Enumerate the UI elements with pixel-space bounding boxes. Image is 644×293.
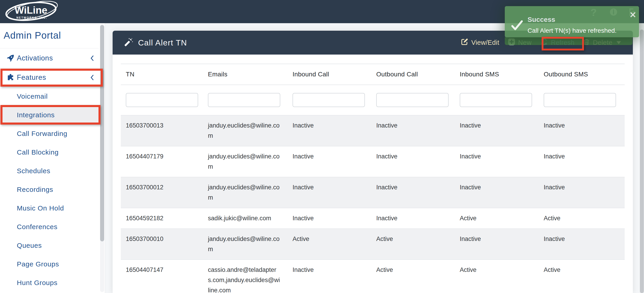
- column-header-emails: Emails: [203, 64, 288, 85]
- features-subitems: VoicemailIntegrationsCall ForwardingCall…: [0, 87, 99, 292]
- sidebar-item-music-on-hold[interactable]: Music On Hold: [0, 199, 99, 218]
- cell-status: Inactive: [455, 229, 539, 260]
- cell-status: Inactive: [455, 146, 539, 177]
- call-alert-table: TNEmailsInbound CallOutbound CallInbound…: [121, 64, 625, 293]
- sidebar-item-recordings[interactable]: Recordings: [0, 180, 99, 199]
- sidebar-item-conferences[interactable]: Conferences: [0, 218, 99, 236]
- table-filter-row: [121, 85, 625, 115]
- sidebar-item-voicemail[interactable]: Voicemail: [0, 87, 99, 106]
- panel-title: Call Alert TN: [138, 38, 187, 47]
- cell-emails: janduy.euclides@wiline.com: [203, 229, 288, 260]
- column-header-tn: TN: [121, 64, 203, 85]
- svg-text:WiLine: WiLine: [14, 4, 47, 16]
- table-row[interactable]: 16503700010janduy.euclides@wiline.comAct…: [121, 229, 625, 260]
- app-root: WiLine NETWORKS, INC. ? Success Call Ale…: [0, 0, 644, 293]
- page-scrollbar: [640, 23, 644, 293]
- cell-status: Inactive: [288, 260, 371, 293]
- cell-status: Active: [539, 208, 625, 229]
- sidebar-item-call-blocking[interactable]: Call Blocking: [0, 143, 99, 162]
- cell-status: Inactive: [288, 146, 371, 177]
- column-header-inbound-call: Inbound Call: [288, 64, 371, 85]
- table-header-row: TNEmailsInbound CallOutbound CallInbound…: [121, 64, 625, 85]
- close-icon[interactable]: ✕: [630, 10, 636, 20]
- cell-status: Active: [371, 229, 455, 260]
- filter-input-inbound-call[interactable]: [292, 93, 365, 107]
- table-row[interactable]: 16504407179janduy.euclides@wiline.comIna…: [121, 146, 625, 177]
- cell-tn: 16504592182: [121, 208, 203, 229]
- wiline-logo: WiLine NETWORKS, INC.: [4, 1, 59, 22]
- page-scrollbar-thumb[interactable]: [640, 29, 644, 293]
- cell-status: Inactive: [539, 115, 625, 146]
- sidebar-item-activations[interactable]: Activations: [0, 48, 99, 68]
- filter-input-inbound-sms[interactable]: [460, 93, 532, 107]
- cell-status: Inactive: [539, 146, 625, 177]
- chevron-left-icon[interactable]: [90, 74, 95, 80]
- cell-status: Inactive: [455, 115, 539, 146]
- view-edit-button[interactable]: View/Edit: [460, 38, 499, 47]
- svg-text:NETWORKS, INC.: NETWORKS, INC.: [16, 16, 47, 19]
- cell-status: Inactive: [288, 208, 371, 229]
- column-header-outbound-call: Outbound Call: [371, 64, 455, 85]
- filter-input-outbound-sms[interactable]: [544, 93, 616, 107]
- cell-emails: janduy.euclides@wiline.com: [203, 177, 288, 208]
- column-header-inbound-sms: Inbound SMS: [455, 64, 539, 85]
- sidebar-item-call-forwarding[interactable]: Call Forwarding: [0, 124, 99, 143]
- sidebar-item-hunt-groups[interactable]: Hunt Groups: [0, 274, 99, 292]
- table-row[interactable]: 16504592182sadik.jukic@wiline.comInactiv…: [121, 208, 625, 229]
- cell-emails: janduy.euclides@wiline.com: [203, 115, 288, 146]
- sidebar: Admin Portal Activations Features: [0, 23, 105, 293]
- cell-tn: 16504407147: [121, 260, 203, 293]
- sidebar-item-queues[interactable]: Queues: [0, 236, 99, 255]
- sidebar-item-features[interactable]: Features: [0, 68, 99, 87]
- filter-input-emails[interactable]: [208, 93, 280, 107]
- cell-emails: sadik.jukic@wiline.com: [203, 208, 288, 229]
- cell-status: Inactive: [371, 177, 455, 208]
- sidebar-item-schedules[interactable]: Schedules: [0, 162, 99, 180]
- sidebar-item-label: Activations: [17, 54, 53, 62]
- cell-status: Active: [371, 260, 455, 293]
- call-alert-panel: Call Alert TN View/Edit: [112, 31, 633, 293]
- cell-status: Inactive: [539, 177, 625, 208]
- stacked-toast-edge: [505, 37, 632, 45]
- sidebar-item-integrations[interactable]: Integrations: [0, 106, 99, 124]
- cell-status: Inactive: [455, 177, 539, 208]
- call-alert-table-wrap: TNEmailsInbound CallOutbound CallInbound…: [121, 64, 625, 293]
- sidebar-item-label: Features: [17, 73, 46, 82]
- column-header-outbound-sms: Outbound SMS: [539, 64, 625, 85]
- cell-status: Active: [288, 229, 371, 260]
- sidebar-scrollbar: [100, 24, 104, 292]
- cell-status: Active: [539, 260, 625, 293]
- cell-status: Inactive: [288, 177, 371, 208]
- cell-status: Active: [455, 208, 539, 229]
- puzzle-icon: [6, 73, 14, 82]
- filter-input-tn[interactable]: [126, 93, 198, 107]
- sidebar-scrollbar-thumb[interactable]: [100, 25, 104, 241]
- filter-input-outbound-call[interactable]: [376, 93, 448, 107]
- cell-status: Active: [455, 260, 539, 293]
- table-row[interactable]: 16503700012janduy.euclides@wiline.comIna…: [121, 177, 625, 208]
- page-title: Admin Portal: [4, 30, 61, 41]
- success-toast: Success Call Alert TN(s) have refreshed.…: [505, 6, 639, 37]
- cell-tn: 16503700012: [121, 177, 203, 208]
- cell-status: Inactive: [371, 146, 455, 177]
- cell-emails: janduy.euclides@wiline.com: [203, 146, 288, 177]
- button-label: View/Edit: [471, 39, 499, 46]
- cell-tn: 16503700013: [121, 115, 203, 146]
- table-row[interactable]: 16504407147cassio.andre@teladapters.com,…: [121, 260, 625, 293]
- toast-message: Call Alert TN(s) have refreshed.: [528, 27, 617, 34]
- cell-status: Inactive: [288, 115, 371, 146]
- check-icon: [511, 19, 524, 32]
- cell-emails: cassio.andre@teladapters.com,janduy.eucl…: [203, 260, 288, 293]
- cell-status: Inactive: [371, 115, 455, 146]
- wand-icon: [124, 37, 134, 48]
- edit-icon: [460, 38, 468, 47]
- sidebar-item-page-groups[interactable]: Page Groups: [0, 255, 99, 274]
- chevron-left-icon[interactable]: [90, 55, 95, 61]
- toast-title: Success: [528, 16, 555, 23]
- table-row[interactable]: 16503700013janduy.euclides@wiline.comIna…: [121, 115, 625, 146]
- cell-status: Inactive: [371, 208, 455, 229]
- cell-tn: 16504407179: [121, 146, 203, 177]
- cell-tn: 16503700010: [121, 229, 203, 260]
- rocket-icon: [6, 54, 14, 62]
- cell-status: Inactive: [539, 229, 625, 260]
